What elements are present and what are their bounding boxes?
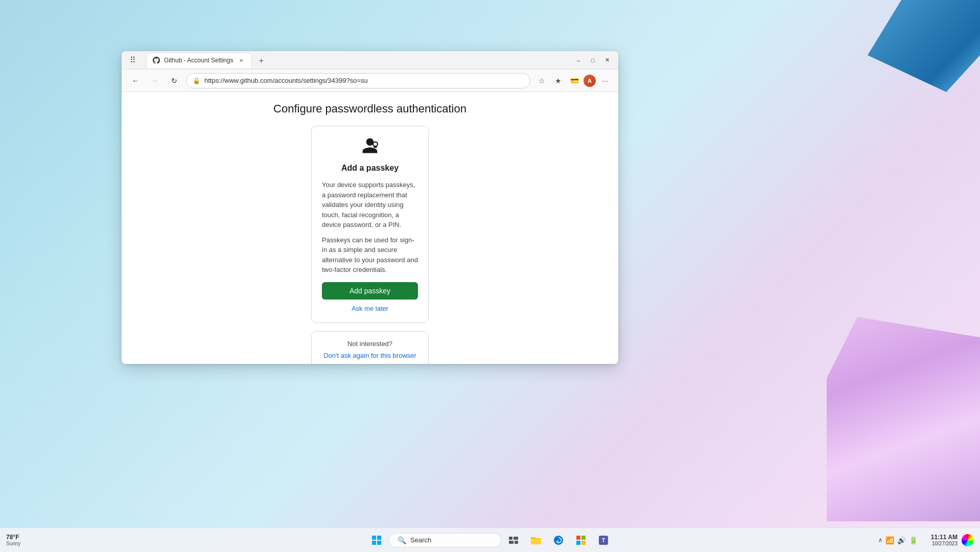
file-explorer-icon: [531, 536, 541, 544]
forward-button[interactable]: →: [147, 73, 162, 88]
nav-icons-right: ☆ ★ 💳 A ···: [534, 74, 612, 88]
close-button[interactable]: ✕: [600, 53, 614, 67]
svg-rect-12: [576, 541, 580, 545]
windows-logo-icon: [372, 536, 381, 545]
svg-rect-1: [372, 536, 376, 540]
start-button[interactable]: [366, 530, 387, 550]
browser-menu-icon[interactable]: ⠿: [126, 53, 140, 67]
tab-title: Github - Account Settings: [164, 57, 233, 64]
battery-icon[interactable]: 🔋: [909, 536, 918, 544]
tab-bar: Github - Account Settings ✕ +: [146, 53, 268, 68]
taskbar: 78°F Sunny 🔍 Search: [0, 527, 980, 552]
browser-window: ⠿ Github - Account Settings ✕ +: [122, 51, 618, 364]
taskbar-date: 10/27/2023: [932, 541, 958, 546]
file-explorer-button[interactable]: [526, 530, 546, 550]
ssl-lock-icon: 🔒: [193, 77, 200, 84]
svg-rect-3: [372, 541, 376, 545]
maximize-button[interactable]: □: [586, 53, 600, 67]
svg-rect-4: [377, 541, 381, 545]
not-interested-card: Not interested? Don't ask again for this…: [311, 331, 429, 364]
taskbar-search-bar[interactable]: 🔍 Search: [389, 533, 501, 547]
favorites-icon[interactable]: ☆: [534, 74, 549, 88]
taskbar-right: ∧ 📶 🔊 🔋 11:11 AM 10/27/2023: [878, 534, 974, 546]
browser-wallet-icon[interactable]: 💳: [567, 74, 581, 88]
refresh-button[interactable]: ↻: [167, 73, 182, 88]
page-content: Configure passwordless authentication Ad…: [122, 92, 618, 364]
tab-favicon-github: [153, 57, 160, 64]
taskbar-search-text: Search: [410, 536, 431, 544]
title-bar-controls: – □ ✕: [571, 53, 614, 67]
svg-rect-8: [515, 541, 518, 544]
task-view-button[interactable]: [503, 530, 524, 550]
store-icon: [576, 536, 586, 545]
taskbar-center: 🔍 Search: [366, 530, 614, 550]
address-bar[interactable]: 🔒 https://www.github.com/accounts/settin…: [186, 73, 530, 88]
nav-bar: ← → ↻ 🔒 https://www.github.com/accounts/…: [122, 70, 618, 92]
add-passkey-card: Add a passkey Your device supports passk…: [311, 126, 429, 323]
weather-temperature: 78°F: [6, 534, 19, 541]
not-interested-title: Not interested?: [322, 340, 418, 348]
svg-rect-11: [581, 536, 586, 540]
add-passkey-button[interactable]: Add passkey: [322, 282, 418, 300]
profile-avatar[interactable]: A: [584, 75, 596, 87]
weather-condition: Sunny: [6, 541, 20, 546]
favorites-collections-icon[interactable]: ★: [551, 74, 565, 88]
not-interested-link[interactable]: Don't ask again for this browser: [323, 352, 416, 359]
url-text: https://www.github.com/accounts/settings…: [204, 77, 524, 84]
task-view-icon: [509, 537, 518, 544]
page-title: Configure passwordless authentication: [273, 102, 466, 116]
svg-rect-6: [514, 537, 518, 540]
edge-icon: [554, 536, 563, 545]
wifi-icon[interactable]: 📶: [885, 536, 894, 544]
card-description: Your device supports passkeys, a passwor…: [322, 180, 418, 275]
card-title: Add a passkey: [322, 164, 418, 173]
svg-rect-2: [377, 536, 381, 540]
volume-icon[interactable]: 🔊: [897, 536, 906, 544]
title-bar-left: ⠿ Github - Account Settings ✕ +: [126, 53, 268, 68]
svg-rect-10: [576, 536, 580, 540]
settings-menu-button[interactable]: ···: [598, 74, 612, 88]
title-bar: ⠿ Github - Account Settings ✕ +: [122, 51, 618, 70]
color-wheel-icon[interactable]: [962, 534, 974, 546]
teams-button[interactable]: T: [593, 530, 614, 550]
svg-rect-13: [581, 541, 586, 545]
taskbar-left: 78°F Sunny: [6, 534, 25, 546]
taskbar-search-icon: 🔍: [398, 536, 406, 544]
teams-icon: T: [599, 536, 608, 545]
edge-browser-button[interactable]: [548, 530, 569, 550]
tab-close-button[interactable]: ✕: [237, 56, 245, 64]
desktop: ⠿ Github - Account Settings ✕ +: [0, 0, 980, 552]
minimize-button[interactable]: –: [571, 53, 586, 67]
browser-tab-active[interactable]: Github - Account Settings ✕: [146, 53, 252, 68]
show-hidden-icons[interactable]: ∧: [878, 537, 882, 543]
ask-later-link[interactable]: Ask me later: [322, 305, 418, 312]
card-desc-1: Your device supports passkeys, a passwor…: [322, 180, 418, 230]
card-desc-2: Passkeys can be used for sign-in as a si…: [322, 235, 418, 275]
taskbar-weather[interactable]: 78°F Sunny: [6, 534, 20, 546]
system-tray: ∧ 📶 🔊 🔋: [878, 536, 918, 544]
microsoft-store-button[interactable]: [571, 530, 591, 550]
taskbar-clock[interactable]: 11:11 AM 10/27/2023: [922, 534, 958, 546]
svg-text:T: T: [602, 538, 605, 543]
back-button[interactable]: ←: [128, 73, 143, 88]
passkey-person-icon: [361, 136, 379, 155]
taskbar-time: 11:11 AM: [931, 534, 958, 541]
svg-rect-7: [509, 541, 514, 544]
passkey-icon: [322, 136, 418, 158]
new-tab-button[interactable]: +: [254, 54, 268, 68]
svg-rect-5: [509, 537, 512, 540]
